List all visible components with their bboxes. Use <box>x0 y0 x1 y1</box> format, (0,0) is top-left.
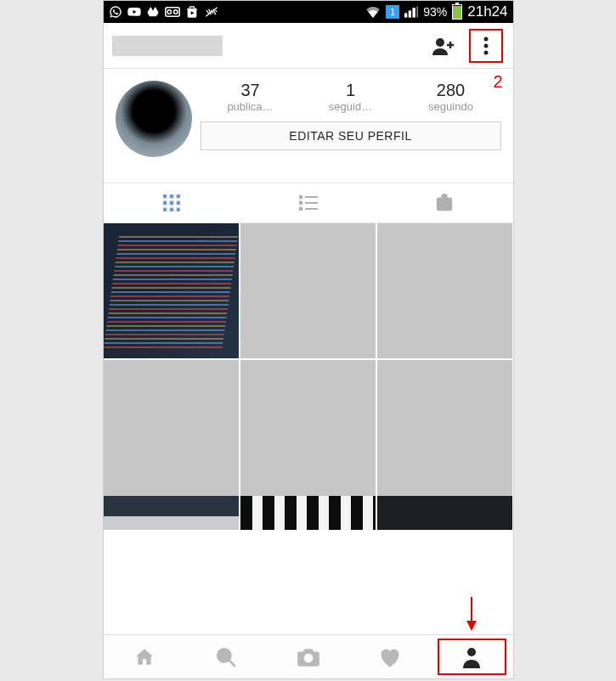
svg-rect-11 <box>163 201 167 205</box>
svg-rect-13 <box>177 201 180 205</box>
tab-grid[interactable] <box>104 183 240 222</box>
posts-count: 37 <box>201 81 301 100</box>
post-thumbnail[interactable] <box>377 496 512 530</box>
device-frame: 1 93% 21h24 2 37 publica… 1 se <box>103 0 514 679</box>
nav-profile[interactable] <box>431 635 512 678</box>
nav-home[interactable] <box>104 635 185 678</box>
wifi-icon <box>365 6 381 18</box>
vibrate-icon <box>204 5 219 19</box>
post-thumbnail[interactable] <box>240 223 376 358</box>
svg-rect-10 <box>177 194 180 198</box>
whatsapp-icon <box>109 5 122 19</box>
profile-view-tabs <box>104 183 513 223</box>
svg-point-7 <box>483 50 488 54</box>
following-count: 280 <box>401 81 501 100</box>
svg-line-27 <box>229 660 235 667</box>
edit-profile-button[interactable]: EDITAR SEU PERFIL <box>201 121 501 150</box>
play-store-icon <box>185 5 199 19</box>
list-icon <box>299 195 318 211</box>
username-placeholder <box>112 36 223 56</box>
svg-point-4 <box>436 38 444 47</box>
svg-rect-12 <box>170 201 173 205</box>
svg-point-5 <box>483 37 488 41</box>
heart-icon <box>378 646 402 668</box>
tab-list[interactable] <box>240 183 376 222</box>
svg-point-19 <box>299 202 302 205</box>
nav-activity[interactable] <box>349 635 431 678</box>
posts-label: publica… <box>201 100 301 113</box>
post-thumbnail[interactable] <box>377 360 512 495</box>
nav-camera[interactable] <box>267 635 348 678</box>
grid-icon <box>163 194 180 211</box>
android-status-bar: 1 93% 21h24 <box>104 1 513 23</box>
svg-rect-9 <box>170 194 173 198</box>
svg-rect-16 <box>177 208 180 211</box>
svg-point-26 <box>218 649 230 661</box>
options-menu-button[interactable] <box>469 29 503 63</box>
battery-percent: 93% <box>423 5 447 19</box>
posts-grid <box>104 223 513 496</box>
battery-icon <box>452 4 462 20</box>
bottom-nav <box>104 634 513 678</box>
svg-point-28 <box>303 653 313 662</box>
add-person-icon <box>432 37 455 55</box>
post-thumbnail[interactable] <box>377 223 512 358</box>
svg-point-6 <box>483 43 488 48</box>
svg-point-21 <box>299 208 302 211</box>
profile-header: 2 <box>104 23 513 69</box>
stat-posts[interactable]: 37 publica… <box>201 81 301 113</box>
svg-point-17 <box>299 196 302 199</box>
home-icon <box>133 646 155 668</box>
svg-rect-14 <box>163 208 167 211</box>
sim-indicator: 1 <box>386 5 399 19</box>
posts-grid-row <box>104 496 513 530</box>
drive-icon <box>146 5 160 19</box>
signal-icon <box>404 6 418 18</box>
stat-followers[interactable]: 1 seguid… <box>301 81 401 113</box>
svg-point-24 <box>443 201 446 205</box>
tab-tagged[interactable] <box>376 183 513 222</box>
voicemail-icon <box>165 7 180 17</box>
stats-row: 37 publica… 1 seguid… 280 seguindo <box>201 81 501 113</box>
post-thumbnail[interactable] <box>104 223 239 358</box>
annotation-arrow <box>466 597 478 631</box>
stat-following[interactable]: 280 seguindo <box>401 81 501 113</box>
post-thumbnail[interactable] <box>104 496 239 530</box>
following-label: seguindo <box>401 100 501 113</box>
clock: 21h24 <box>467 3 507 20</box>
post-thumbnail[interactable] <box>104 360 239 495</box>
post-thumbnail[interactable] <box>240 496 376 530</box>
camera-icon <box>296 646 321 668</box>
youtube-icon <box>127 5 141 19</box>
post-thumbnail[interactable] <box>240 360 376 495</box>
svg-point-2 <box>173 10 178 14</box>
avatar[interactable] <box>116 81 192 157</box>
svg-rect-8 <box>163 194 167 198</box>
kebab-menu-icon <box>483 37 489 55</box>
svg-point-1 <box>167 10 172 14</box>
followers-count: 1 <box>301 81 401 100</box>
discover-people-button[interactable] <box>427 29 461 63</box>
tagged-icon <box>435 194 454 212</box>
search-icon <box>215 646 237 668</box>
svg-rect-15 <box>170 208 173 211</box>
profile-info: 37 publica… 1 seguid… 280 seguindo EDITA… <box>104 69 513 166</box>
followers-label: seguid… <box>301 100 401 113</box>
nav-search[interactable] <box>185 635 267 678</box>
